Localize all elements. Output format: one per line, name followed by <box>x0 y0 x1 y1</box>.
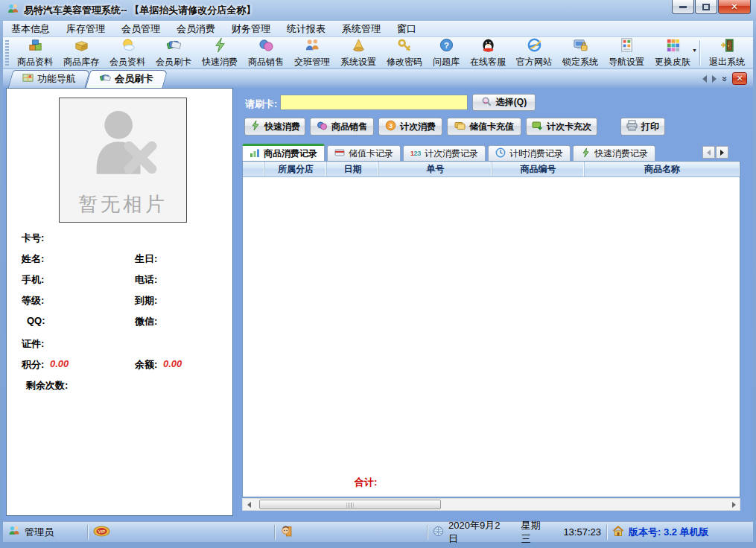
button-label: 商品销售 <box>331 121 367 133</box>
toolbar-label: 商品销售 <box>248 56 284 68</box>
menu-item-stock-mgmt[interactable]: 库存管理 <box>58 21 113 37</box>
tab-close-button[interactable]: ✕ <box>732 72 747 85</box>
stored-card-recharge-button[interactable]: 储值卡充值 <box>447 118 521 136</box>
record-tab-label: 计次消费记录 <box>425 147 478 160</box>
quick-consume-icon <box>212 37 228 55</box>
record-tab-label: 储值卡记录 <box>349 147 393 160</box>
tab-scroll-right-icon[interactable] <box>712 75 717 83</box>
status-user-pane: 管理员 <box>3 522 87 542</box>
vip-badge-icon[interactable]: VIP <box>93 526 110 539</box>
record-scroll-left-button[interactable] <box>702 146 715 159</box>
table-header-order-no[interactable]: 单号 <box>379 162 492 176</box>
menu-item-basic-info[interactable]: 基本信息 <box>3 21 58 37</box>
horizontal-scrollbar[interactable] <box>242 498 740 511</box>
toolbar-change-password[interactable]: 修改密码 <box>381 38 428 68</box>
record-scroll-right-button[interactable] <box>716 146 728 159</box>
count-3-icon: 3 <box>385 120 396 133</box>
toolbar-label: 交班管理 <box>294 56 330 68</box>
record-tab-label: 计时消费记录 <box>509 147 563 160</box>
toolbar-member-info[interactable]: 会员资料 <box>104 38 150 68</box>
record-tab-label: 快速消费记录 <box>594 147 648 160</box>
sale-icon <box>317 120 328 133</box>
menu-item-member-mgmt[interactable]: 会员管理 <box>113 21 168 37</box>
minimize-button[interactable] <box>672 0 694 14</box>
menu-item-system-mgmt[interactable]: 系统管理 <box>334 21 389 37</box>
search-icon <box>481 96 492 109</box>
count-consume-button[interactable]: 3 计次消费 <box>378 118 442 136</box>
swipe-card-input[interactable] <box>280 95 468 110</box>
record-tab-count-consume[interactable]: 123 计次消费记录 <box>403 145 486 161</box>
menu-item-member-consume[interactable]: 会员消费 <box>168 21 223 37</box>
toolbar-quick-consume[interactable]: 快速消费 <box>197 38 243 68</box>
goods-sale-button[interactable]: 商品销售 <box>310 118 374 136</box>
tab-scroll-left-icon[interactable] <box>702 75 707 83</box>
swipe-card-label: 请刷卡: <box>245 98 277 111</box>
table-header-date[interactable]: 日期 <box>327 162 379 176</box>
menu-item-stats-report[interactable]: 统计报表 <box>279 21 334 37</box>
tab-list-icon[interactable]: » <box>720 76 728 81</box>
records-table: 所属分店 日期 单号 商品编号 商品名称 合计: <box>242 161 740 497</box>
minimize-icon <box>679 6 687 8</box>
record-tab-product-consume[interactable]: 商品消费记录 <box>242 144 325 161</box>
table-header-product-name[interactable]: 商品名称 <box>585 162 740 176</box>
maximize-button[interactable] <box>695 0 717 14</box>
table-header-indicator[interactable] <box>243 162 265 176</box>
scrollbar-thumb[interactable] <box>259 500 441 509</box>
status-user-name: 管理员 <box>25 526 54 539</box>
close-button[interactable]: ✕ <box>718 0 751 14</box>
record-tab-quick-consume[interactable]: 快速消费记录 <box>573 145 655 161</box>
svg-text:?: ? <box>444 40 449 49</box>
count-card-recharge-button[interactable]: 计次卡充次 <box>526 118 597 136</box>
printer-icon <box>626 120 638 133</box>
toolbar-lock-system[interactable]: 锁定系统 <box>557 38 603 68</box>
record-tab-stored-card[interactable]: 储值卡记录 <box>327 145 401 161</box>
maximize-icon <box>702 4 710 10</box>
name-label: 姓名: <box>22 252 44 266</box>
globe-icon <box>433 526 444 539</box>
toolbar-exit-system[interactable]: 退出系统 <box>704 38 750 68</box>
toolbar-question-bank[interactable]: ? 问题库 <box>428 38 465 68</box>
toolbar-label: 修改密码 <box>387 56 422 68</box>
select-member-button[interactable]: 选择(Q) <box>472 94 536 111</box>
assistant-icon[interactable] <box>280 525 293 540</box>
scroll-right-button[interactable] <box>728 499 740 510</box>
exit-door-icon <box>720 37 735 55</box>
toolbar-goods-sale[interactable]: 商品销售 <box>243 38 289 68</box>
table-header-branch[interactable]: 所属分店 <box>265 162 327 176</box>
tab-member-swipe[interactable]: 会员刷卡 <box>88 70 165 88</box>
user-icon <box>8 525 20 539</box>
browser-icon <box>527 37 542 55</box>
toolbar-goods-info[interactable]: 商品资料 <box>12 38 58 68</box>
tab-function-nav[interactable]: 功能导航 <box>10 70 88 88</box>
toolbar-shift-mgmt[interactable]: 交班管理 <box>289 38 335 68</box>
count-card-icon <box>532 120 543 133</box>
toolbar-goods-stock[interactable]: 商品库存 <box>58 38 104 68</box>
arrow-right-icon <box>720 150 724 156</box>
toolbar-label: 在线客服 <box>470 56 506 68</box>
menu-item-finance-mgmt[interactable]: 财务管理 <box>223 21 279 37</box>
scroll-left-button[interactable] <box>243 499 255 510</box>
toolbar-nav-settings[interactable]: 导航设置 <box>603 38 649 68</box>
toolbar-label: 会员刷卡 <box>156 56 191 68</box>
card-no-label: 卡号: <box>22 232 44 245</box>
key-icon <box>397 37 413 55</box>
toolbar-gripper[interactable] <box>5 40 9 66</box>
toolbar-official-website[interactable]: 官方网站 <box>511 38 557 68</box>
menu-item-window[interactable]: 窗口 <box>389 21 425 37</box>
record-tab-timed-consume[interactable]: 计时消费记录 <box>488 145 571 161</box>
goods-sale-icon <box>258 37 274 55</box>
status-time: 13:57:23 <box>563 526 601 538</box>
toolbar-separator <box>699 40 700 66</box>
toolbar-change-skin[interactable]: 更换皮肤 ▼ <box>649 38 696 68</box>
print-button[interactable]: 打印 <box>620 118 665 136</box>
page-tab-bar: 功能导航 会员刷卡 » ✕ <box>3 69 753 88</box>
quick-consume-button[interactable]: 快速消费 <box>244 118 305 136</box>
chevron-down-icon[interactable]: ▼ <box>692 48 697 53</box>
toolbar-member-swipe[interactable]: 会员刷卡 <box>150 38 197 68</box>
lock-icon <box>573 37 588 55</box>
toolbar-system-settings[interactable]: 系统设置 <box>335 38 381 68</box>
toolbar-online-service[interactable]: 在线客服 <box>465 38 511 68</box>
card-icon <box>334 147 345 160</box>
table-header-product-code[interactable]: 商品编号 <box>492 162 585 176</box>
total-label: 合计: <box>355 476 377 489</box>
